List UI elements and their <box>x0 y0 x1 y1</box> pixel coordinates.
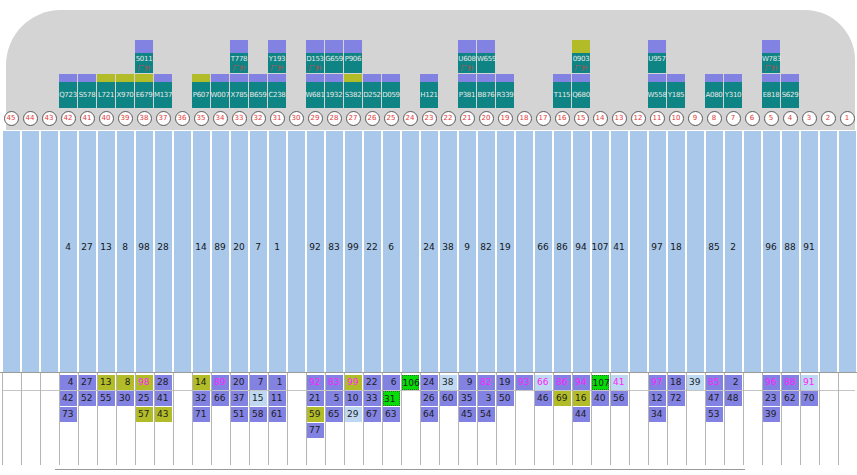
wagon-cell[interactable]: 56 <box>611 391 628 406</box>
track-number-badge-38[interactable]: 38 <box>137 111 152 126</box>
wagon-cell[interactable]: 64 <box>421 407 438 422</box>
wagon-cell[interactable]: 92 <box>307 375 324 390</box>
wagon-cell[interactable]: 18 <box>668 375 685 390</box>
wagon-cell[interactable]: 41 <box>611 375 628 390</box>
track-number-badge-15[interactable]: 15 <box>574 111 589 126</box>
track-number-badge-2[interactable]: 2 <box>821 111 836 126</box>
track-number-badge-35[interactable]: 35 <box>194 111 209 126</box>
wagon-cell[interactable]: 42 <box>60 391 77 406</box>
wagon-cell[interactable]: 24 <box>421 375 438 390</box>
wagon-cell[interactable]: 66 <box>212 391 229 406</box>
wagon-cell[interactable]: 16 <box>573 391 590 406</box>
wagon-cell[interactable]: 52 <box>79 391 96 406</box>
train-block-W007[interactable]: W007 <box>211 74 229 108</box>
track-number-badge-26[interactable]: 26 <box>365 111 380 126</box>
wagon-cell[interactable]: 22 <box>364 375 381 390</box>
track-number-badge-7[interactable]: 7 <box>726 111 741 126</box>
train-block-1932[interactable]: 1932 <box>325 74 343 108</box>
wagon-cell[interactable]: 62 <box>782 391 799 406</box>
train-block-W681[interactable]: W681 <box>306 74 324 108</box>
wagon-cell[interactable]: 72 <box>668 391 685 406</box>
wagon-cell[interactable]: 28 <box>155 375 172 390</box>
wagon-cell[interactable]: 89 <box>212 375 229 390</box>
track-number-badge-8[interactable]: 8 <box>707 111 722 126</box>
wagon-cell[interactable]: 43 <box>155 407 172 422</box>
track-number-badge-37[interactable]: 37 <box>156 111 171 126</box>
track-lane-44[interactable] <box>22 131 39 372</box>
wagon-cell[interactable]: 70 <box>801 391 818 406</box>
track-number-badge-33[interactable]: 33 <box>232 111 247 126</box>
wagon-cell[interactable]: 29 <box>345 407 362 422</box>
train-block-L721[interactable]: L721 <box>97 74 115 108</box>
wagon-cell[interactable]: 19 <box>497 375 514 390</box>
wagon-cell[interactable]: 51 <box>231 407 248 422</box>
track-number-badge-22[interactable]: 22 <box>441 111 456 126</box>
train-block-Y185[interactable]: Y185 <box>667 74 685 108</box>
train-block-Y310[interactable]: Y310 <box>724 74 742 108</box>
track-number-badge-28[interactable]: 28 <box>327 111 342 126</box>
track-number-badge-14[interactable]: 14 <box>593 111 608 126</box>
track-number-badge-24[interactable]: 24 <box>403 111 418 126</box>
track-lane-2[interactable] <box>820 131 837 372</box>
train-block-Q680[interactable]: Q680 <box>572 74 590 108</box>
wagon-cell[interactable]: 27 <box>79 375 96 390</box>
train-block-W659[interactable]: W659 <box>477 40 495 73</box>
wagon-cell[interactable]: 41 <box>155 391 172 406</box>
wagon-cell[interactable]: 60 <box>440 391 457 406</box>
track-number-badge-30[interactable]: 30 <box>289 111 304 126</box>
train-block-G659[interactable]: G659 <box>325 40 343 73</box>
wagon-cell[interactable]: 99 <box>345 375 362 390</box>
train-block-S629[interactable]: S629 <box>781 74 799 108</box>
wagon-cell[interactable]: 83 <box>326 375 343 390</box>
wagon-cell[interactable]: 3 <box>478 391 495 406</box>
wagon-cell[interactable]: 63 <box>383 407 400 422</box>
wagon-cell[interactable]: 4 <box>60 375 77 390</box>
wagon-cell[interactable]: 77 <box>307 423 324 438</box>
wagon-cell[interactable]: 73 <box>60 407 77 422</box>
train-block-R339[interactable]: R339 <box>496 74 514 108</box>
wagon-cell[interactable]: 85 <box>706 375 723 390</box>
wagon-cell[interactable]: 46 <box>535 391 552 406</box>
wagon-cell[interactable]: 44 <box>573 407 590 422</box>
track-number-badge-42[interactable]: 42 <box>61 111 76 126</box>
track-number-badge-6[interactable]: 6 <box>745 111 760 126</box>
track-lane-43[interactable] <box>41 131 58 372</box>
train-block-S578[interactable]: S578 <box>78 74 96 108</box>
wagon-cell[interactable]: 13 <box>98 375 115 390</box>
train-block-Q723[interactable]: Q723 <box>59 74 77 108</box>
track-lane-36[interactable] <box>174 131 191 372</box>
train-block-M137[interactable]: M137 <box>154 74 172 108</box>
wagon-cell[interactable]: 47 <box>706 391 723 406</box>
wagon-cell[interactable]: 98 <box>136 375 153 390</box>
train-block-E679[interactable]: E679 <box>135 74 153 108</box>
track-number-badge-20[interactable]: 20 <box>479 111 494 126</box>
wagon-cell[interactable]: 30 <box>117 391 134 406</box>
wagon-cell[interactable]: 38 <box>440 375 457 390</box>
track-lane-24[interactable] <box>402 131 419 372</box>
train-block-U608[interactable]: U608厂外 <box>458 40 476 73</box>
train-block-D153[interactable]: D153厂外 <box>306 40 324 73</box>
train-block-W558[interactable]: W558 <box>648 74 666 108</box>
track-lane-18[interactable] <box>516 131 533 372</box>
wagon-cell[interactable]: 1 <box>269 375 286 390</box>
track-number-badge-34[interactable]: 34 <box>213 111 228 126</box>
track-number-badge-19[interactable]: 19 <box>498 111 513 126</box>
train-block-0903[interactable]: 0903厂外 <box>572 40 590 73</box>
wagon-cell[interactable]: 71 <box>193 407 210 422</box>
track-number-badge-36[interactable]: 36 <box>175 111 190 126</box>
track-number-badge-40[interactable]: 40 <box>99 111 114 126</box>
wagon-cell[interactable]: 86 <box>554 375 571 390</box>
track-number-badge-27[interactable]: 27 <box>346 111 361 126</box>
wagon-cell[interactable]: 37 <box>231 391 248 406</box>
train-block-X785[interactable]: X785 <box>230 74 248 108</box>
wagon-cell[interactable]: 39 <box>763 407 780 422</box>
track-number-badge-5[interactable]: 5 <box>764 111 779 126</box>
track-number-badge-45[interactable]: 45 <box>4 111 19 126</box>
train-block-B876[interactable]: B876 <box>477 74 495 108</box>
wagon-cell[interactable]: 6 <box>383 375 400 390</box>
track-number-badge-32[interactable]: 32 <box>251 111 266 126</box>
wagon-cell[interactable]: 23 <box>763 391 780 406</box>
track-number-badge-3[interactable]: 3 <box>802 111 817 126</box>
wagon-cell[interactable]: 65 <box>326 407 343 422</box>
wagon-cell[interactable]: 48 <box>725 391 742 406</box>
